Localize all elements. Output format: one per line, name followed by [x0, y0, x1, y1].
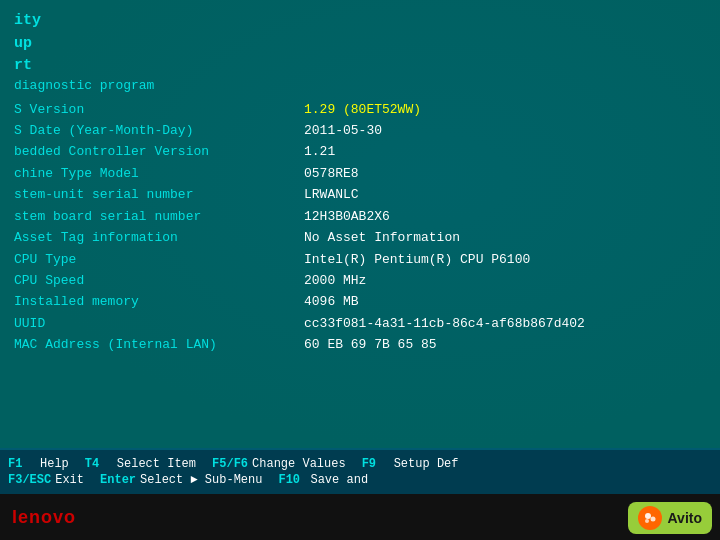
bios-info-row: UUIDcc33f081-4a31-11cb-86c4-af68b867d402	[14, 313, 706, 334]
fkey-key: Enter	[100, 473, 136, 487]
fkey-item: EnterSelect ► Sub-Menu	[100, 473, 262, 487]
fkey-key: F3/ESC	[8, 473, 51, 487]
bios-field-label: CPU Speed	[14, 270, 304, 291]
bios-field-label: chine Type Model	[14, 163, 304, 184]
bios-field-label: stem board serial number	[14, 206, 304, 227]
bios-field-value: 2011-05-30	[304, 120, 706, 141]
bios-field-value: 1.29 (80ET52WW)	[304, 99, 706, 120]
avito-text: Avito	[668, 510, 702, 526]
fkey-desc: Help	[40, 457, 69, 471]
fkey-desc: Save and	[310, 473, 368, 487]
bios-field-value: Intel(R) Pentium(R) CPU P6100	[304, 249, 706, 270]
fkey-desc: Select ► Sub-Menu	[140, 473, 262, 487]
bios-info-row: CPU Speed2000 MHz	[14, 270, 706, 291]
bios-info-row: S Date (Year-Month-Day)2011-05-30	[14, 120, 706, 141]
bios-field-label: Asset Tag information	[14, 227, 304, 248]
fkey-item: F9Setup Def	[362, 457, 459, 471]
lenovo-bar: lenovo Avito	[0, 494, 720, 540]
bios-field-label: bedded Controller Version	[14, 141, 304, 162]
bios-info-row: S Version1.29 (80ET52WW)	[14, 99, 706, 120]
fkey-key: F1	[8, 457, 36, 471]
bios-field-value: LRWANLC	[304, 184, 706, 205]
bios-field-label: MAC Address (Internal LAN)	[14, 334, 304, 355]
fkey-desc: Setup Def	[394, 457, 459, 471]
lenovo-logo: lenovo	[12, 507, 76, 528]
fkey-row-2: F3/ESCExitEnterSelect ► Sub-MenuF10Save …	[8, 473, 712, 487]
bios-subtitle: diagnostic program	[14, 78, 706, 93]
title-line-3: rt	[14, 55, 706, 78]
bios-field-value: 4096 MB	[304, 291, 706, 312]
bios-field-value: cc33f081-4a31-11cb-86c4-af68b867d402	[304, 313, 706, 334]
bios-field-label: S Version	[14, 99, 304, 120]
fkey-bar: F1HelpT4Select ItemF5/F6Change ValuesF9S…	[0, 448, 720, 494]
bios-field-label: S Date (Year-Month-Day)	[14, 120, 304, 141]
bios-field-value: 12H3B0AB2X6	[304, 206, 706, 227]
bios-info-row: stem board serial number12H3B0AB2X6	[14, 206, 706, 227]
bios-content: ity up rt diagnostic program S Version1.…	[0, 0, 720, 362]
fkey-item: F3/ESCExit	[8, 473, 84, 487]
fkey-key: F5/F6	[212, 457, 248, 471]
fkey-desc: Select Item	[117, 457, 196, 471]
fkey-row-1: F1HelpT4Select ItemF5/F6Change ValuesF9S…	[8, 457, 712, 471]
bios-info-row: chine Type Model0578RE8	[14, 163, 706, 184]
bios-info-row: bedded Controller Version1.21	[14, 141, 706, 162]
bios-info-row: Asset Tag informationNo Asset Informatio…	[14, 227, 706, 248]
svg-point-0	[645, 513, 651, 519]
bios-field-label: CPU Type	[14, 249, 304, 270]
fkey-key: T4	[85, 457, 113, 471]
fkey-key: F9	[362, 457, 390, 471]
bios-field-label: stem-unit serial number	[14, 184, 304, 205]
bios-field-label: Installed memory	[14, 291, 304, 312]
title-line-1: ity	[14, 10, 706, 33]
bios-partial-title: ity up rt	[14, 10, 706, 78]
bios-field-value: 1.21	[304, 141, 706, 162]
fkey-key: F10	[278, 473, 306, 487]
fkey-item: F10Save and	[278, 473, 368, 487]
bios-field-value: No Asset Information	[304, 227, 706, 248]
title-line-2: up	[14, 33, 706, 56]
fkey-item: F1Help	[8, 457, 69, 471]
fkey-desc: Exit	[55, 473, 84, 487]
bios-info-row: MAC Address (Internal LAN)60 EB 69 7B 65…	[14, 334, 706, 355]
svg-point-2	[645, 519, 649, 523]
avito-badge: Avito	[628, 502, 712, 534]
fkey-item: T4Select Item	[85, 457, 196, 471]
fkey-item: F5/F6Change Values	[212, 457, 346, 471]
bios-field-label: UUID	[14, 313, 304, 334]
bios-field-value: 0578RE8	[304, 163, 706, 184]
bios-info-row: Installed memory4096 MB	[14, 291, 706, 312]
svg-point-1	[650, 517, 655, 522]
avito-icon	[638, 506, 662, 530]
bios-info-row: stem-unit serial numberLRWANLC	[14, 184, 706, 205]
bios-screen: ity up rt diagnostic program S Version1.…	[0, 0, 720, 450]
bios-field-value: 60 EB 69 7B 65 85	[304, 334, 706, 355]
fkey-desc: Change Values	[252, 457, 346, 471]
bios-info-table: S Version1.29 (80ET52WW)S Date (Year-Mon…	[14, 99, 706, 356]
bios-field-value: 2000 MHz	[304, 270, 706, 291]
bios-info-row: CPU TypeIntel(R) Pentium(R) CPU P6100	[14, 249, 706, 270]
